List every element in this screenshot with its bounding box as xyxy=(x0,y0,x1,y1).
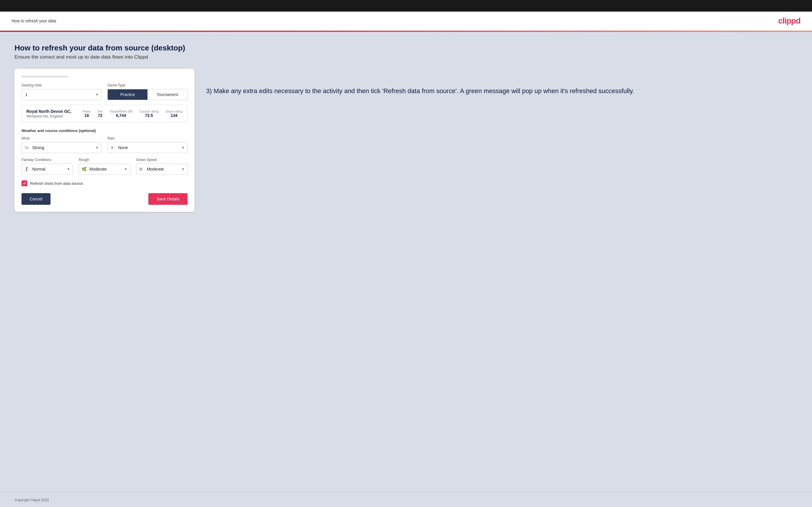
header-title: How to refresh your data xyxy=(12,18,56,23)
course-stats: Holes 18 Par 72 Yards/White (M) 6,744 Co… xyxy=(83,110,183,118)
course-info: Royal North Devon GC, Westward Hol, Engl… xyxy=(27,109,83,118)
game-type-label: Game Type xyxy=(107,83,188,87)
fairway-select-wrapper: 🏌 Soft Normal Firm Very Firm ▼ xyxy=(21,164,73,175)
wind-label: Wind xyxy=(21,136,102,140)
starting-hole-game-type-row: Starting Hole 1 10 ▼ Game Type Practice … xyxy=(21,83,188,100)
refresh-checkbox-row: Refresh shots from data source xyxy=(21,180,188,186)
starting-hole-label: Starting Hole xyxy=(21,83,102,87)
footer: Copyright Clippd 2022 xyxy=(0,492,812,507)
logo: clippd xyxy=(778,16,800,25)
green-speed-select-wrapper: ⚙ Slow Normal Moderate Fast ▼ xyxy=(136,164,188,175)
conditions-row-2: Fairway Conditions 🏌 Soft Normal Firm Ve… xyxy=(21,158,188,175)
rain-select[interactable]: None Light Moderate Heavy xyxy=(107,142,188,153)
course-row: Royal North Devon GC, Westward Hol, Engl… xyxy=(21,105,188,123)
green-speed-select[interactable]: Slow Normal Moderate Fast xyxy=(136,164,188,175)
rain-label: Rain xyxy=(107,136,188,140)
wind-group: Wind 🌬 None Light Moderate Strong ▼ xyxy=(21,136,102,153)
rough-select[interactable]: Short Normal Moderate Long xyxy=(79,164,130,175)
fairway-label: Fairway Conditions xyxy=(21,158,73,162)
wind-select-wrapper: 🌬 None Light Moderate Strong ▼ xyxy=(21,142,102,153)
green-speed-label: Green Speed xyxy=(136,158,188,162)
par-label: Par xyxy=(98,110,102,113)
refresh-checkbox[interactable] xyxy=(21,180,27,186)
yards-value: 6,744 xyxy=(110,113,133,118)
practice-button[interactable]: Practice xyxy=(108,89,148,100)
form-card: Starting Hole 1 10 ▼ Game Type Practice … xyxy=(14,69,195,212)
rough-label: Rough xyxy=(79,158,130,162)
action-row: Cancel Save Details xyxy=(21,193,188,205)
rough-select-wrapper: 🌿 Short Normal Moderate Long ▼ xyxy=(79,164,130,175)
main-layout: Starting Hole 1 10 ▼ Game Type Practice … xyxy=(14,69,798,212)
rain-group: Rain ☀ None Light Moderate Heavy ▼ xyxy=(107,136,188,153)
conditions-title: Weather and course conditions (optional) xyxy=(21,128,188,133)
rough-group: Rough 🌿 Short Normal Moderate Long ▼ xyxy=(79,158,130,175)
cancel-button[interactable]: Cancel xyxy=(21,193,51,205)
starting-hole-select-wrapper: 1 10 ▼ xyxy=(21,89,102,100)
fairway-group: Fairway Conditions 🏌 Soft Normal Firm Ve… xyxy=(21,158,73,175)
slope-rating-label: Slope rating xyxy=(165,110,183,113)
fairway-select[interactable]: Soft Normal Firm Very Firm xyxy=(21,164,73,175)
tournament-button[interactable]: Tournament xyxy=(148,89,187,100)
game-type-group: Game Type Practice Tournament xyxy=(107,83,188,100)
content-area: How to refresh your data from source (de… xyxy=(0,32,812,492)
course-rating-value: 72.5 xyxy=(139,113,158,118)
game-type-toggle: Practice Tournament xyxy=(107,89,188,100)
course-name: Royal North Devon GC, xyxy=(27,109,83,114)
wind-select[interactable]: None Light Moderate Strong xyxy=(21,142,102,153)
slope-rating-value: 134 xyxy=(165,113,183,118)
save-button[interactable]: Save Details xyxy=(148,193,188,205)
yards-stat: Yards/White (M) 6,744 xyxy=(110,110,133,118)
page-heading: How to refresh your data from source (de… xyxy=(14,44,798,53)
par-stat: Par 72 xyxy=(98,110,102,118)
yards-label: Yards/White (M) xyxy=(110,110,133,113)
rain-select-wrapper: ☀ None Light Moderate Heavy ▼ xyxy=(107,142,188,153)
holes-value: 18 xyxy=(83,113,91,118)
header: How to refresh your data clippd xyxy=(0,12,812,31)
checkmark-icon xyxy=(22,181,26,185)
slope-rating-stat: Slope rating 134 xyxy=(165,110,183,118)
tab-placeholder xyxy=(21,76,68,77)
refresh-label: Refresh shots from data source xyxy=(30,181,83,186)
copyright-text: Copyright Clippd 2022 xyxy=(14,498,49,502)
holes-stat: Holes 18 xyxy=(83,110,91,118)
course-location: Westward Hol, England xyxy=(27,114,83,118)
course-rating-stat: Course rating 72.5 xyxy=(139,110,158,118)
top-bar xyxy=(0,0,812,12)
starting-hole-group: Starting Hole 1 10 ▼ xyxy=(21,83,102,100)
green-speed-group: Green Speed ⚙ Slow Normal Moderate Fast … xyxy=(136,158,188,175)
wind-rain-row: Wind 🌬 None Light Moderate Strong ▼ Rain xyxy=(21,136,188,153)
right-content: 3) Make any extra edits necessary to the… xyxy=(206,69,798,96)
instruction-text: 3) Make any extra edits necessary to the… xyxy=(206,86,798,96)
course-rating-label: Course rating xyxy=(139,110,158,113)
page-subheading: Ensure the correct and most up to date d… xyxy=(14,54,798,60)
holes-label: Holes xyxy=(83,110,91,113)
starting-hole-select[interactable]: 1 10 xyxy=(21,89,102,100)
par-value: 72 xyxy=(98,113,102,118)
